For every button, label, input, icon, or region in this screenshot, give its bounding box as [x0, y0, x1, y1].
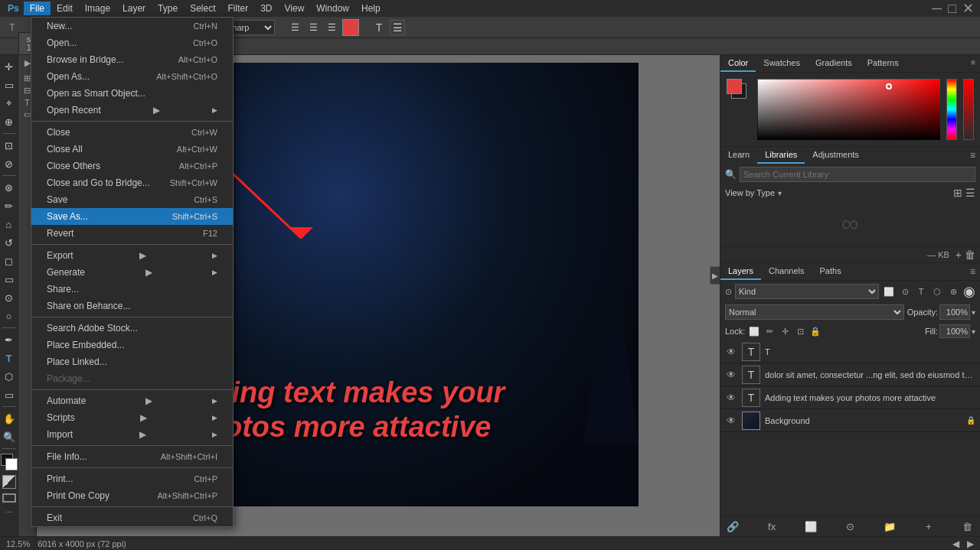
menu-import[interactable]: Import ▶ [31, 426, 233, 443]
layer-style-btn[interactable]: fx [764, 519, 779, 534]
zoom-tool[interactable]: 🔍 [1, 428, 18, 445]
layer-item[interactable]: 👁 T Adding text makes your photos more a… [720, 386, 980, 409]
layer-visibility-btn[interactable]: 👁 [725, 415, 737, 427]
move-tool[interactable]: ✛ [1, 58, 18, 75]
text-color-swatch[interactable] [342, 19, 359, 36]
menu-revert[interactable]: Revert F12 [31, 225, 233, 242]
menu-export[interactable]: Export ▶ [31, 247, 233, 264]
layer-visibility-btn[interactable]: 👁 [725, 346, 737, 358]
color-panel-menu[interactable]: ≡ [966, 55, 980, 72]
menu-file[interactable]: File [24, 2, 51, 15]
list-view-btn[interactable]: ☰ [965, 187, 975, 199]
menu-close-all[interactable]: Close All Alt+Ctrl+W [31, 141, 233, 158]
pixel-filter-btn[interactable]: ⬜ [882, 285, 896, 298]
view-type-label[interactable]: View by Type [725, 188, 775, 197]
hue-bar[interactable] [946, 79, 957, 140]
new-layer-btn[interactable]: + [921, 519, 936, 534]
menu-open[interactable]: Open... Ctrl+O [31, 34, 233, 51]
status-nav-prev[interactable]: ◀ [952, 539, 959, 549]
lock-all-btn[interactable]: 🔒 [809, 325, 822, 337]
canvas-sidebar-btn5[interactable]: ▭ [24, 109, 31, 119]
eyedropper-tool[interactable]: ⊘ [1, 155, 18, 172]
warp-text-button[interactable]: T [371, 20, 387, 35]
menu-filter[interactable]: Filter [221, 2, 254, 15]
eraser-tool[interactable]: ◻ [1, 252, 18, 269]
menu-print-one[interactable]: Print One Copy Alt+Shift+Ctrl+P [31, 487, 233, 504]
menu-open-recent[interactable]: Open Recent ▶ [31, 102, 233, 119]
menu-new[interactable]: New... Ctrl+N [31, 18, 233, 34]
blur-tool[interactable]: ⊙ [1, 289, 18, 306]
learn-tab[interactable]: Learn [720, 147, 757, 164]
pen-tool[interactable]: ✒ [1, 331, 18, 348]
menu-edit[interactable]: Edit [51, 2, 79, 15]
lock-move-btn[interactable]: ✛ [779, 325, 791, 337]
fg-swatch[interactable] [727, 79, 742, 94]
type-filter-btn[interactable]: T [914, 285, 928, 298]
menu-view[interactable]: View [279, 2, 311, 15]
foreground-color-box[interactable] [727, 79, 751, 103]
lock-pixels-btn[interactable]: ⬜ [748, 325, 760, 337]
align-left-button[interactable]: ☰ [287, 20, 302, 35]
character-panel-button[interactable]: ☰ [390, 20, 405, 35]
background-color[interactable] [5, 458, 18, 470]
menu-automate[interactable]: Automate ▶ [31, 392, 233, 409]
adjustment-filter-btn[interactable]: ⊙ [898, 285, 912, 298]
menu-window[interactable]: Window [310, 2, 355, 15]
menu-3d[interactable]: 3D [254, 2, 278, 15]
grid-view-btn[interactable]: ⊞ [953, 187, 962, 199]
lock-position-btn[interactable]: ✏ [763, 325, 776, 337]
lib-delete-btn[interactable]: 🗑 [965, 249, 975, 261]
swatches-tab[interactable]: Swatches [756, 55, 808, 72]
menu-browse[interactable]: Browse in Bridge... Alt+Ctrl+O [31, 51, 233, 68]
foreground-background-colors[interactable] [1, 454, 18, 470]
link-layers-btn[interactable]: 🔗 [725, 519, 740, 534]
crop-tool[interactable]: ⊡ [1, 137, 18, 154]
menu-place-linked[interactable]: Place Linked... [31, 353, 233, 370]
menu-layer[interactable]: Layer [116, 2, 152, 15]
menu-type[interactable]: Type [152, 2, 184, 15]
menu-package[interactable]: Package... [31, 370, 233, 387]
align-center-button[interactable]: ☰ [305, 20, 321, 35]
paths-tab[interactable]: Paths [812, 263, 849, 280]
libraries-tab[interactable]: Libraries [757, 147, 805, 164]
panel-collapse-btn[interactable]: ▶ [710, 266, 720, 285]
alpha-bar[interactable] [963, 79, 974, 140]
brush-tool[interactable]: ✏ [1, 197, 18, 214]
menu-close-bridge[interactable]: Close and Go to Bridge... Shift+Ctrl+W [31, 174, 233, 191]
fill-chevron[interactable]: ▾ [972, 327, 975, 336]
canvas-sidebar-btn1[interactable]: ▶ [24, 58, 31, 68]
color-tab[interactable]: Color [720, 55, 756, 72]
quick-select-tool[interactable]: ⊕ [1, 113, 18, 130]
clone-tool[interactable]: ⌂ [1, 216, 18, 233]
close-btn[interactable]: ✕ [959, 0, 977, 17]
lib-panel-menu[interactable]: ≡ [965, 147, 980, 164]
lib-search-input[interactable] [740, 167, 975, 182]
adjustment-layer-btn[interactable]: ⊙ [842, 519, 858, 534]
layer-group-btn[interactable]: 📁 [882, 519, 897, 534]
color-gradient-area[interactable] [757, 79, 940, 140]
menu-close[interactable]: Close Ctrl+W [31, 124, 233, 141]
align-right-button[interactable]: ☰ [324, 20, 339, 35]
text-tool[interactable]: T [1, 350, 18, 366]
lib-add-btn[interactable]: + [956, 249, 962, 261]
layer-mask-btn[interactable]: ⬜ [803, 519, 818, 534]
menu-open-smart[interactable]: Open as Smart Object... [31, 85, 233, 102]
menu-generate[interactable]: Generate ▶ [31, 264, 233, 281]
opacity-chevron[interactable]: ▾ [972, 308, 975, 317]
layers-tab[interactable]: Layers [720, 263, 761, 280]
menu-search-stock[interactable]: Search Adobe Stock... [31, 320, 233, 337]
path-tool[interactable]: ⬡ [1, 368, 18, 385]
view-type-chevron[interactable]: ▾ [778, 189, 782, 197]
shape-tool[interactable]: ▭ [1, 386, 18, 403]
menu-image[interactable]: Image [79, 2, 116, 15]
menu-save-as[interactable]: Save As... Shift+Ctrl+S [31, 208, 233, 225]
opacity-input[interactable] [939, 304, 970, 320]
hand-tool[interactable]: ✋ [1, 410, 18, 427]
menu-open-as[interactable]: Open As... Alt+Shift+Ctrl+O [31, 68, 233, 85]
gradient-tool[interactable]: ▭ [1, 271, 18, 288]
shape-filter-btn[interactable]: ⬡ [930, 285, 944, 298]
channels-tab[interactable]: Channels [761, 263, 812, 280]
history-brush-tool[interactable]: ↺ [1, 234, 18, 251]
dodge-tool[interactable]: ○ [1, 308, 18, 324]
delete-layer-btn[interactable]: 🗑 [960, 519, 975, 534]
